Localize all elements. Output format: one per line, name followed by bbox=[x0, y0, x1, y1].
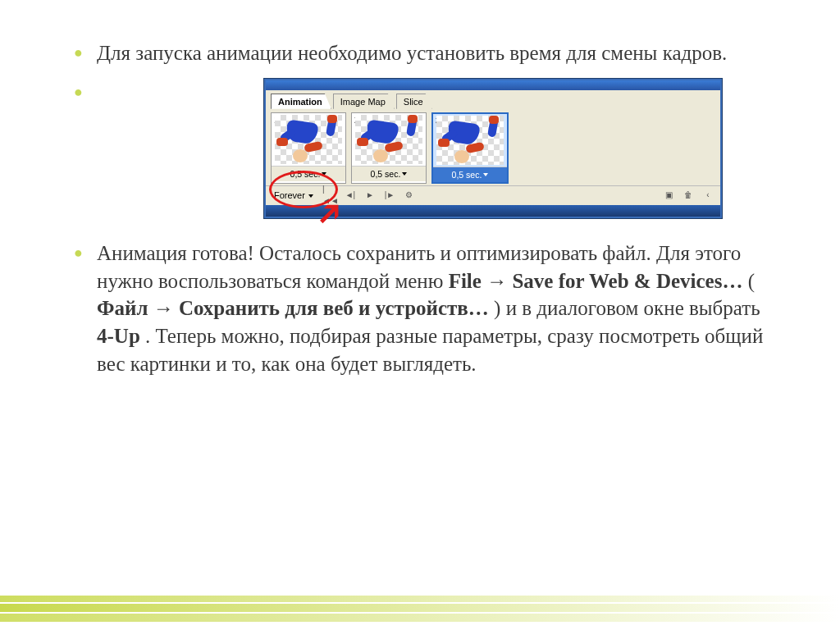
bullet-1: Для запуска анимации необходимо установи… bbox=[74, 39, 766, 67]
slide-accent-stripe bbox=[0, 596, 840, 602]
new-frame-button[interactable]: ▣ bbox=[661, 189, 676, 202]
frames-row: 1 0,5 sec. 2 0,5 sec. bbox=[266, 109, 720, 185]
chevron-down-icon bbox=[402, 172, 407, 176]
prev-frame-button[interactable]: ◄| bbox=[343, 189, 358, 202]
slide-accent-stripe bbox=[0, 604, 840, 612]
chevron-down-icon bbox=[483, 173, 488, 176]
frame-2[interactable]: 2 0,5 sec. bbox=[351, 112, 427, 184]
window-titlebar bbox=[266, 80, 720, 90]
menu-command-en: File → Save for Web & Devices… bbox=[449, 270, 743, 292]
animation-panel: Animation Image Map Slice 1 0,5 sec. bbox=[264, 79, 722, 218]
slide-body: Для запуска анимации необходимо установи… bbox=[0, 0, 840, 378]
bullet-2-text: Анимация готова! Осталось сохранить и оп… bbox=[97, 242, 763, 375]
frame-thumbnail bbox=[275, 115, 342, 164]
frame-thumbnail bbox=[355, 115, 422, 164]
bullet-1-text: Для запуска анимации необходимо установи… bbox=[97, 42, 727, 64]
bullet-2: Анимация готова! Осталось сохранить и оп… bbox=[74, 240, 766, 378]
next-frame-button[interactable]: |► bbox=[382, 189, 397, 202]
animation-panel-screenshot: Animation Image Map Slice 1 0,5 sec. bbox=[264, 79, 722, 218]
option-4up: 4-Up bbox=[97, 325, 140, 347]
play-button[interactable]: ► bbox=[363, 189, 377, 202]
frame-thumbnail bbox=[436, 116, 504, 165]
embedded-panel-item: Animation Image Map Slice 1 0,5 sec. bbox=[74, 79, 766, 218]
panel-menu-button[interactable]: ‹ bbox=[701, 189, 715, 202]
frame-3-selected[interactable]: 3 0,5 sec. bbox=[431, 112, 509, 184]
slide-accent-stripe bbox=[0, 614, 840, 622]
tween-button[interactable]: ⚙ bbox=[402, 189, 417, 202]
tab-image-map[interactable]: Image Map bbox=[333, 94, 395, 109]
delete-frame-button[interactable]: 🗑 bbox=[681, 189, 696, 202]
menu-command-ru: Файл → Сохранить для веб и устройств… bbox=[97, 297, 489, 319]
bullet-list: Для запуска анимации необходимо установи… bbox=[74, 39, 766, 378]
tab-slice[interactable]: Slice bbox=[396, 94, 432, 109]
panel-tabs: Animation Image Map Slice bbox=[266, 90, 720, 109]
frame-delay[interactable]: 0,5 sec. bbox=[352, 166, 426, 181]
frame-delay[interactable]: 0,5 sec. bbox=[433, 167, 507, 182]
tab-animation[interactable]: Animation bbox=[271, 94, 331, 109]
